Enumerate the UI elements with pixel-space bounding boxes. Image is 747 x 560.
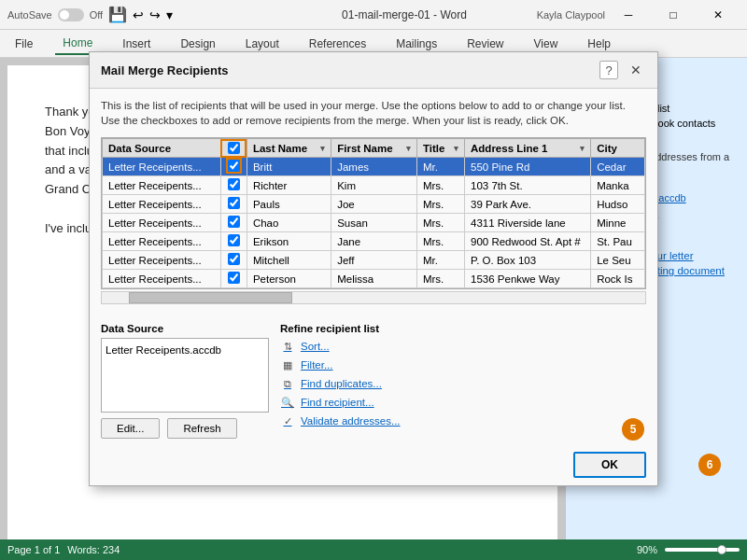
cell-city: Cedar <box>591 158 645 176</box>
edit-button[interactable]: Edit... <box>101 418 160 439</box>
refine-links-list: ⇅ Sort... ▦ Filter... ⧉ Find duplicates.… <box>280 338 646 429</box>
cell-lastname: Britt <box>247 158 331 176</box>
sort-label: Sort... <box>301 341 330 352</box>
app-title: 01-mail-merge-01 - Word <box>272 8 536 21</box>
autosave-toggle[interactable] <box>58 8 84 21</box>
zoom-slider[interactable] <box>665 548 740 552</box>
col-firstname[interactable]: First Name ▾ <box>331 139 417 158</box>
cell-city: Le Seu <box>591 251 645 270</box>
cell-city: Minne <box>591 214 645 232</box>
dialog-description: This is the list of recipients that will… <box>101 98 646 128</box>
col-datasource-label: Data Source <box>108 143 171 154</box>
table-row[interactable]: Letter Receipents...PaulsJoeMrs.39 Park … <box>103 195 645 214</box>
cell-lastname: Chao <box>247 214 331 232</box>
cell-checkbox[interactable] <box>220 214 247 232</box>
dialog-title: Mail Merge Recipients <box>101 63 229 77</box>
select-all-checkbox[interactable] <box>228 142 240 154</box>
col-city[interactable]: City <box>591 139 645 158</box>
sort-link[interactable]: ⇅ Sort... <box>280 338 646 355</box>
row-checkbox[interactable] <box>228 178 240 190</box>
col-title[interactable]: Title ▾ <box>416 139 464 158</box>
col-lastname[interactable]: Last Name ▾ <box>247 139 331 158</box>
col-datasource[interactable]: Data Source <box>103 139 221 158</box>
cell-checkbox[interactable] <box>220 176 247 195</box>
cell-title: Mrs. <box>416 270 464 288</box>
undo-icon[interactable]: ↩ <box>133 7 144 22</box>
table-row[interactable]: Letter Receipents...ChaoSusanMrs.4311 Ri… <box>103 214 645 232</box>
table-row[interactable]: Letter Receipents...RichterKimMrs.103 7t… <box>103 176 645 195</box>
refresh-button[interactable]: Refresh <box>167 418 236 439</box>
tab-file[interactable]: File <box>7 34 40 54</box>
cell-title: Mrs. <box>416 195 464 214</box>
col-city-label: City <box>597 143 617 154</box>
table-header-row: Data Source Last Name ▾ <box>103 139 645 158</box>
dialog-controls: ? ✕ <box>599 60 646 80</box>
filter-link[interactable]: ▦ Filter... <box>280 357 646 373</box>
row-checkbox[interactable] <box>228 272 240 284</box>
table-row[interactable]: Letter Receipents...EriksonJaneMrs.900 R… <box>103 232 645 251</box>
table-row[interactable]: Letter Receipents...BrittJamesMr.550 Pin… <box>103 158 645 176</box>
datasource-list[interactable]: Letter Receipents.accdb <box>101 338 269 413</box>
validate-label: Validate addresses... <box>301 415 401 427</box>
save-icon[interactable]: 💾 <box>108 6 127 23</box>
dialog-bottom-section: Data Source Letter Receipents.accdb Edit… <box>90 315 657 446</box>
cell-city: St. Pau <box>591 232 645 251</box>
datasource-list-item[interactable]: Letter Receipents.accdb <box>106 343 264 357</box>
words-status: Words: 234 <box>67 544 120 555</box>
minimize-button[interactable]: ─ <box>607 0 650 30</box>
title-bar: AutoSave Off 💾 ↩ ↪ ▾ 01-mail-merge-01 - … <box>0 0 747 30</box>
cell-checkbox[interactable] <box>220 251 247 270</box>
row-checkbox[interactable] <box>228 234 240 246</box>
cell-address: 900 Redwood St. Apt # <box>465 232 591 251</box>
redo-icon[interactable]: ↪ <box>149 7 161 22</box>
table-row[interactable]: Letter Receipents...PetersonMelissaMrs.1… <box>103 270 645 288</box>
find-duplicates-link[interactable]: ⧉ Find duplicates... <box>280 375 646 392</box>
cell-address: 1536 Penkwe Way <box>465 270 591 288</box>
ok-button[interactable]: OK <box>573 452 646 478</box>
cell-title: Mrs. <box>416 214 464 232</box>
datasource-panel-label: Data Source <box>101 323 269 334</box>
cell-firstname: Jeff <box>331 251 417 270</box>
cell-address: 550 Pine Rd <box>465 158 591 176</box>
scrollbar-thumb[interactable] <box>129 292 292 303</box>
status-bar: Page 1 of 1 Words: 234 90% <box>0 539 747 560</box>
cell-firstname: Jane <box>331 232 417 251</box>
cell-title: Mrs. <box>416 176 464 195</box>
validate-link[interactable]: ✓ Validate addresses... <box>280 413 646 429</box>
ok-row: OK <box>90 446 657 485</box>
cell-checkbox[interactable] <box>220 232 247 251</box>
table-row[interactable]: Letter Receipents...MitchellJeffMr.P. O.… <box>103 251 645 270</box>
cell-city: Manka <box>591 176 645 195</box>
row-checkbox[interactable] <box>228 253 240 265</box>
cell-lastname: Mitchell <box>247 251 331 270</box>
cell-checkbox[interactable] <box>220 158 247 176</box>
find-recipient-link[interactable]: 🔍 Find recipient... <box>280 394 646 411</box>
dialog-help-button[interactable]: ? <box>599 61 618 79</box>
status-right: 90% <box>637 544 740 555</box>
col-address[interactable]: Address Line 1 ▾ <box>465 139 591 158</box>
row-checkbox[interactable] <box>228 160 240 172</box>
zoom-thumb[interactable] <box>717 545 726 554</box>
cell-lastname: Pauls <box>247 195 331 214</box>
table-scrollbar[interactable] <box>101 291 646 304</box>
recipients-table-container[interactable]: Data Source Last Name ▾ <box>101 137 646 289</box>
cell-checkbox[interactable] <box>220 195 247 214</box>
cell-lastname: Peterson <box>247 270 331 288</box>
validate-icon: ✓ <box>280 413 295 428</box>
row-checkbox[interactable] <box>228 197 240 209</box>
close-button[interactable]: ✕ <box>697 0 740 30</box>
cell-datasource: Letter Receipents... <box>103 158 221 176</box>
desc-line1: This is the list of recipients that will… <box>101 100 626 111</box>
row-checkbox[interactable] <box>228 216 240 228</box>
cell-checkbox[interactable] <box>220 270 247 288</box>
cell-firstname: Kim <box>331 176 417 195</box>
quick-access-icon[interactable]: ▾ <box>166 7 173 22</box>
find-duplicates-label: Find duplicates... <box>301 378 382 389</box>
cell-city: Rock Is <box>591 270 645 288</box>
dialog-close-button[interactable]: ✕ <box>626 60 646 80</box>
cell-datasource: Letter Receipents... <box>103 232 221 251</box>
cell-datasource: Letter Receipents... <box>103 214 221 232</box>
filter-icon: ▦ <box>280 357 295 372</box>
col-checkbox[interactable] <box>220 139 247 158</box>
maximize-button[interactable]: □ <box>652 0 695 30</box>
